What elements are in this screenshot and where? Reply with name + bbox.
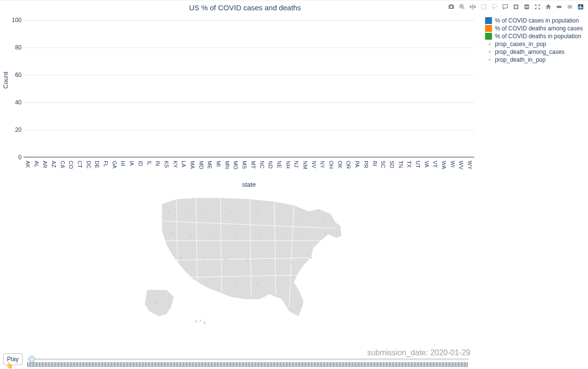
chart-title: US % of COVID cases and deaths [0,3,490,12]
us-map[interactable] [132,182,368,334]
x-tick: NY [319,161,325,168]
x-tick: VT [432,161,438,168]
svg-rect-8 [514,6,518,7]
svg-point-46 [257,284,258,286]
x-tick: MT [250,161,256,169]
svg-point-50 [155,302,156,304]
home-icon[interactable] [544,2,553,11]
legend-label: prop_death_among_cases [495,49,564,55]
svg-point-20 [203,321,206,324]
x-tick: NM [302,161,308,169]
toggle-icon[interactable] [565,2,574,11]
x-tick: OK [337,161,343,169]
legend-swatch [485,33,492,40]
legend-label: % of COVID deaths among cases [495,25,583,32]
svg-point-22 [186,211,187,212]
x-tick: GA [112,161,118,169]
legend-item-deaths-in-pop[interactable]: % of COVID deaths in population [485,33,585,40]
svg-point-49 [301,305,302,306]
x-tick: DC [86,161,92,169]
comment-icon[interactable] [501,2,510,11]
bar-chart-area [24,20,474,157]
svg-point-40 [247,260,248,261]
y-axis-label: Count [2,72,9,89]
svg-point-43 [311,257,312,259]
svg-point-36 [325,233,327,234]
x-tick: HI [120,161,126,166]
zoom-out-icon[interactable] [522,2,531,11]
x-tick: ID [138,161,144,166]
svg-point-28 [323,221,324,223]
svg-point-23 [205,212,207,213]
x-tick: SD [389,161,395,168]
zoom-in-icon[interactable] [512,2,520,11]
svg-point-18 [195,320,197,323]
x-tick: MN [224,161,230,169]
x-tick: KY [172,161,178,168]
x-tick-container: AKALARAZCACOCTDCDEFLGAHIIAIDILINKSKYLAMA… [24,160,474,179]
x-tick: PR [363,161,369,168]
plotly-logo-icon[interactable] [576,2,585,11]
x-tick: WV [458,161,464,170]
x-tick: AL [34,161,40,167]
legend-label: % of COVID cases in population [495,17,579,24]
svg-rect-10 [525,6,529,7]
x-tick: OR [345,161,351,169]
y-tick: 60 [11,72,22,78]
svg-point-34 [281,236,283,238]
x-tick: AK [25,161,31,168]
x-tick: UT [415,161,421,168]
slider-thumb[interactable] [28,356,35,363]
legend: % of COVID cases in population % of COVI… [485,17,585,64]
lasso-icon[interactable] [490,2,499,11]
svg-point-41 [269,260,270,261]
svg-point-30 [191,235,192,237]
x-tick: IL [147,161,152,165]
legend-item-cases-in-pop[interactable]: % of COVID cases in population [485,17,585,24]
svg-rect-16 [580,5,581,9]
autoscale-icon[interactable] [533,2,542,11]
x-tick: TX [406,161,412,168]
svg-point-37 [181,257,182,259]
y-tick: 40 [11,99,22,106]
svg-point-32 [235,236,236,238]
legend-label: prop_death_in_pop [495,56,545,63]
svg-point-27 [301,218,302,220]
x-tick: IA [129,161,135,166]
legend-item-prop-cases[interactable]: prop_cases_in_pop [485,41,585,48]
x-tick: IN [155,161,161,166]
svg-rect-17 [582,7,583,9]
legend-item-prop-death-pop[interactable]: prop_death_in_pop [485,56,585,63]
date-slider[interactable] [27,358,468,360]
svg-point-39 [225,258,226,260]
svg-point-47 [276,283,278,284]
x-tick: AZ [51,161,57,168]
x-tick: NE [276,161,282,168]
x-tick: PA [354,161,360,168]
svg-point-33 [259,236,261,238]
x-tick: WY [467,161,473,170]
svg-point-29 [171,233,172,234]
svg-point-21 [169,211,170,212]
x-tick: CT [77,161,83,168]
y-tick: 100 [11,17,22,24]
x-tick: AR [42,161,48,168]
legend-swatch [485,17,492,24]
svg-point-31 [210,236,212,238]
x-tick: FL [103,161,109,167]
x-tick: KS [164,161,170,168]
x-tick: WI [450,161,456,167]
legend-item-deaths-among-cases[interactable]: % of COVID deaths among cases [485,25,585,32]
x-tick: ME [207,161,213,169]
legend-dot [485,49,492,55]
svg-point-38 [203,257,204,259]
x-tick: OH [328,161,334,169]
svg-point-35 [303,236,305,238]
tooltip-icon[interactable] [555,2,564,11]
play-button[interactable]: Play [3,353,23,365]
x-tick: RI [372,161,378,166]
legend-item-prop-death-cases[interactable]: prop_death_among_cases [485,49,585,55]
svg-point-19 [199,320,202,322]
x-tick: NJ [294,161,299,167]
x-tick: CO [68,161,74,169]
